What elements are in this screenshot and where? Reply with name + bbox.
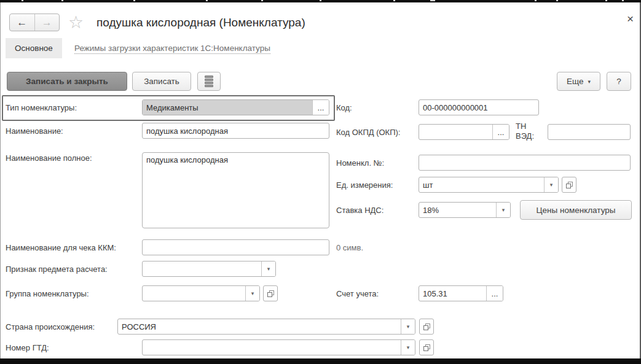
gtd-label: Номер ГТД: <box>6 343 49 352</box>
code-field[interactable] <box>419 99 539 115</box>
help-button[interactable]: ? <box>607 72 631 91</box>
type-choose-button[interactable]: ... <box>312 100 329 115</box>
kkm-name-label: Наименование для чека ККМ: <box>6 243 116 252</box>
group-open-button[interactable] <box>263 285 278 301</box>
more-button[interactable]: Еще ▾ <box>557 72 600 91</box>
nom-no-label: Номенкл. №: <box>336 158 384 168</box>
more-button-label: Еще <box>567 77 583 86</box>
unit-label: Ед. измерения: <box>336 180 393 190</box>
country-dropdown-button[interactable]: ▾ <box>401 319 415 334</box>
back-button[interactable]: ← <box>10 14 35 31</box>
calc-subject-field[interactable]: ▾ <box>142 261 276 277</box>
back-icon: ← <box>17 17 27 29</box>
calc-subject-dropdown-button[interactable]: ▾ <box>261 261 275 276</box>
favorite-star-icon[interactable]: ☆ <box>68 13 84 33</box>
open-icon <box>566 182 573 188</box>
chevron-down-icon: ▾ <box>267 266 270 272</box>
country-field[interactable]: ▾ <box>117 319 415 335</box>
chevron-down-icon: ▾ <box>550 182 553 188</box>
nom-no-field[interactable] <box>419 155 631 171</box>
chevron-down-icon: ▾ <box>588 79 591 85</box>
tnved-input[interactable] <box>548 125 630 139</box>
chevron-down-icon: ▾ <box>407 323 410 330</box>
tnved-label: ТН ВЭД: <box>516 122 545 141</box>
close-icon[interactable]: × <box>627 12 634 26</box>
nomenclature-prices-button[interactable]: Цены номенклатуры <box>520 200 632 220</box>
window-bottom-border <box>0 358 641 364</box>
vat-label: Ставка НДС: <box>336 206 383 215</box>
forward-button[interactable]: → <box>35 14 60 31</box>
account-label: Счет учета: <box>336 289 379 298</box>
open-icon <box>423 323 430 330</box>
code-label: Код: <box>336 103 352 112</box>
tnved-field[interactable] <box>548 124 631 140</box>
code-input[interactable] <box>419 100 538 115</box>
okpd-label: Код ОКПД (ОКП): <box>336 128 400 137</box>
kkm-name-field[interactable] <box>142 239 329 255</box>
open-icon <box>423 344 430 351</box>
unit-input[interactable] <box>419 177 544 192</box>
full-name-label: Наименование полное: <box>6 153 92 163</box>
vat-dropdown-button[interactable]: ▾ <box>496 203 510 217</box>
group-input[interactable] <box>143 286 245 301</box>
save-button[interactable]: Записать <box>132 72 191 91</box>
account-input[interactable] <box>419 286 486 301</box>
link-load-modes[interactable]: Режимы загрузки характеристик 1С:Номенкл… <box>74 44 270 54</box>
nom-no-input[interactable] <box>419 155 630 170</box>
chevron-down-icon: ▾ <box>251 290 254 296</box>
forward-icon: → <box>42 17 52 29</box>
form-window: ← → ☆ подушка кислородная (Номенклатура)… <box>0 0 641 364</box>
ellipsis-icon: ... <box>318 103 324 112</box>
country-input[interactable] <box>118 319 401 334</box>
gtd-input[interactable] <box>143 340 401 355</box>
name-field[interactable] <box>142 123 329 139</box>
group-dropdown-button[interactable]: ▾ <box>245 286 259 301</box>
okpd-choose-button[interactable]: ... <box>492 125 509 139</box>
name-input[interactable] <box>143 123 329 138</box>
group-field[interactable]: ▾ <box>142 285 260 301</box>
name-label: Наименование: <box>6 126 63 136</box>
open-icon <box>267 290 274 297</box>
vat-field[interactable]: ▾ <box>419 202 511 218</box>
kkm-char-counter: 0 симв. <box>336 243 363 252</box>
group-label: Группа номенклатуры: <box>6 289 89 298</box>
kkm-name-input[interactable] <box>143 240 329 255</box>
type-label: Тип номенклатуры: <box>6 103 77 112</box>
gtd-dropdown-button[interactable]: ▾ <box>401 340 415 355</box>
country-open-button[interactable] <box>419 319 434 335</box>
gtd-field[interactable]: ▾ <box>142 339 415 355</box>
full-name-textarea[interactable]: подушка кислородная <box>142 152 329 228</box>
chevron-down-icon: ▾ <box>502 207 505 213</box>
unit-field[interactable]: ▾ <box>419 177 559 193</box>
unit-open-button[interactable] <box>562 177 576 193</box>
chevron-down-icon: ▾ <box>407 344 410 350</box>
country-label: Страна происхождения: <box>6 322 95 331</box>
page-title: подушка кислородная (Номенклатура) <box>96 16 305 29</box>
vat-input[interactable] <box>419 203 496 217</box>
calc-subject-input[interactable] <box>143 261 261 276</box>
okpd-input[interactable] <box>419 125 492 139</box>
ellipsis-icon: ... <box>498 128 505 137</box>
related-documents-button[interactable] <box>197 72 221 91</box>
window-top-border <box>0 0 641 2</box>
stack-icon <box>205 76 213 87</box>
okpd-field[interactable]: ... <box>419 124 509 140</box>
account-field[interactable]: ... <box>419 285 503 301</box>
ellipsis-icon: ... <box>492 289 498 298</box>
account-choose-button[interactable]: ... <box>486 286 503 301</box>
tab-main[interactable]: Основное <box>6 38 62 58</box>
calc-subject-label: Признак предмета расчета: <box>6 265 108 274</box>
type-field[interactable]: Медикаменты ... <box>142 99 329 115</box>
history-nav-group: ← → <box>9 14 60 31</box>
unit-dropdown-button[interactable]: ▾ <box>544 177 558 192</box>
gtd-open-button[interactable] <box>419 339 434 355</box>
save-and-close-button[interactable]: Записать и закрыть <box>7 72 127 91</box>
type-value: Медикаменты <box>143 100 312 115</box>
